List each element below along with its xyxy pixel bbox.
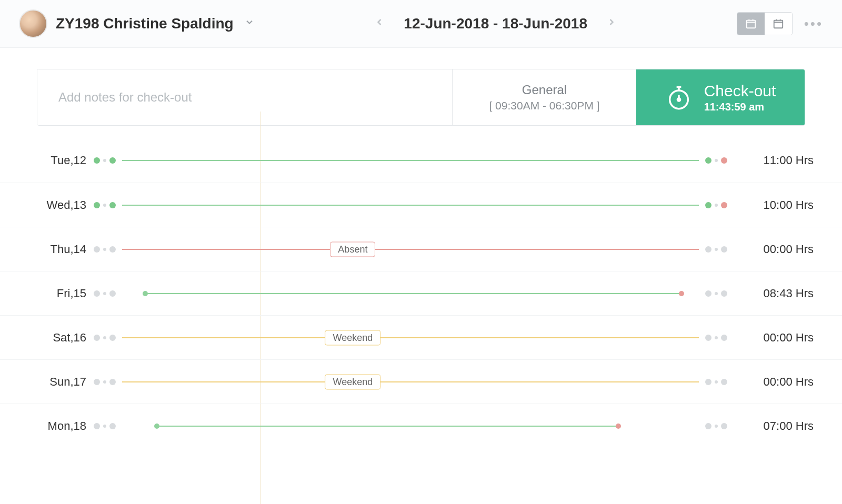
status-dot — [109, 157, 116, 164]
bar-end-cap — [679, 291, 684, 296]
status-dots-left — [92, 246, 118, 253]
day-label: Wed,13 — [27, 198, 86, 212]
attendance-track — [122, 200, 699, 210]
status-dot — [705, 290, 711, 297]
bar-start-cap — [154, 424, 159, 429]
status-dot — [94, 246, 100, 253]
status-dot — [705, 379, 711, 385]
attendance-bar — [122, 160, 699, 161]
shift-info: General [ 09:30AM - 06:30PM ] — [452, 69, 636, 125]
status-dot — [94, 290, 100, 297]
attendance-bar — [157, 426, 618, 427]
page-header: ZY198 Christine Spalding 12-Jun-2018 - 1… — [0, 0, 842, 48]
weekend-badge: Weekend — [325, 374, 381, 389]
status-dot — [715, 380, 718, 384]
status-dots-left — [92, 335, 118, 341]
status-dots-left — [92, 379, 118, 385]
status-dots-right — [703, 379, 729, 385]
status-dot — [109, 379, 116, 385]
status-dot — [103, 159, 106, 162]
date-range-navigator: 12-Jun-2018 - 18-Jun-2018 — [255, 13, 737, 35]
attendance-bar — [122, 205, 699, 206]
status-dot — [103, 336, 106, 339]
attendance-track — [122, 155, 699, 166]
avatar — [19, 9, 47, 38]
status-dot — [715, 292, 718, 295]
day-label: Mon,18 — [27, 419, 86, 433]
status-dot — [94, 335, 100, 341]
attendance-track — [122, 288, 699, 299]
status-dots-right — [703, 290, 729, 297]
day-view-button[interactable] — [737, 13, 765, 35]
attendance-bar — [122, 249, 699, 250]
status-dots-left — [92, 290, 118, 297]
more-menu-button[interactable]: ••• — [804, 16, 823, 32]
status-dots-right — [703, 246, 729, 253]
checkout-notes-input[interactable] — [37, 69, 452, 125]
svg-point-18 — [677, 98, 680, 101]
absent-badge: Absent — [330, 241, 375, 257]
hours-label: 11:00 Hrs — [735, 154, 814, 167]
attendance-row[interactable]: Wed,1310:00 Hrs — [0, 183, 842, 227]
status-dot — [705, 157, 711, 164]
status-dot — [715, 204, 718, 207]
status-dot — [109, 246, 116, 253]
checkout-time: 11:43:59 am — [704, 101, 765, 113]
month-view-button[interactable] — [765, 13, 792, 35]
status-dot — [705, 202, 711, 208]
user-selector[interactable]: ZY198 Christine Spalding — [19, 9, 255, 38]
status-dot — [103, 248, 106, 251]
svg-rect-0 — [746, 21, 755, 28]
status-dot — [109, 202, 116, 208]
date-range-label: 12-Jun-2018 - 18-Jun-2018 — [404, 15, 587, 32]
status-dots-right — [703, 157, 729, 164]
attendance-track: Weekend — [122, 332, 699, 343]
status-dots-left — [92, 202, 118, 208]
attendance-row[interactable]: Sun,17Weekend00:00 Hrs — [0, 359, 842, 404]
status-dot — [94, 379, 100, 385]
attendance-rows: Tue,1211:00 HrsWed,1310:00 HrsThu,14Abse… — [0, 138, 842, 448]
status-dot — [715, 336, 718, 339]
attendance-bar — [145, 293, 681, 294]
attendance-row[interactable]: Thu,14Absent00:00 Hrs — [0, 227, 842, 271]
attendance-row[interactable]: Fri,1508:43 Hrs — [0, 271, 842, 315]
attendance-bar — [122, 381, 699, 382]
hours-label: 00:00 Hrs — [735, 243, 814, 256]
shift-hours: [ 09:30AM - 06:30PM ] — [489, 99, 599, 112]
bar-start-cap — [143, 291, 148, 296]
status-dot — [109, 335, 116, 341]
next-week-button[interactable] — [601, 13, 622, 35]
svg-rect-4 — [774, 21, 783, 28]
prev-week-button[interactable] — [369, 13, 390, 35]
stopwatch-icon — [665, 84, 693, 111]
status-dots-right — [703, 423, 729, 429]
status-dot — [705, 423, 711, 429]
status-dot — [715, 425, 718, 428]
status-dot — [721, 246, 727, 253]
status-dot — [705, 246, 711, 253]
status-dot — [109, 290, 116, 297]
status-dot — [94, 157, 100, 164]
status-dot — [103, 204, 106, 207]
day-label: Fri,15 — [27, 287, 86, 300]
hours-label: 07:00 Hrs — [735, 419, 814, 433]
status-dot — [715, 248, 718, 251]
attendance-row[interactable]: Tue,1211:00 Hrs — [0, 138, 842, 183]
action-bar: General [ 09:30AM - 06:30PM ] Check-out … — [37, 69, 805, 126]
day-label: Sat,16 — [27, 331, 86, 345]
weekend-badge: Weekend — [325, 330, 381, 345]
chevron-down-icon[interactable] — [244, 17, 255, 31]
checkout-label: Check-out — [704, 82, 776, 100]
status-dots-left — [92, 423, 118, 429]
status-dot — [103, 380, 106, 384]
checkout-button[interactable]: Check-out 11:43:59 am — [636, 69, 805, 125]
attendance-row[interactable]: Mon,1807:00 Hrs — [0, 404, 842, 448]
status-dot — [103, 425, 106, 428]
view-toggle — [737, 12, 793, 35]
status-dot — [721, 202, 727, 208]
status-dots-right — [703, 202, 729, 208]
attendance-row[interactable]: Sat,16Weekend00:00 Hrs — [0, 315, 842, 359]
attendance-track: Absent — [122, 244, 699, 255]
day-label: Tue,12 — [27, 154, 86, 167]
day-label: Thu,14 — [27, 243, 86, 256]
